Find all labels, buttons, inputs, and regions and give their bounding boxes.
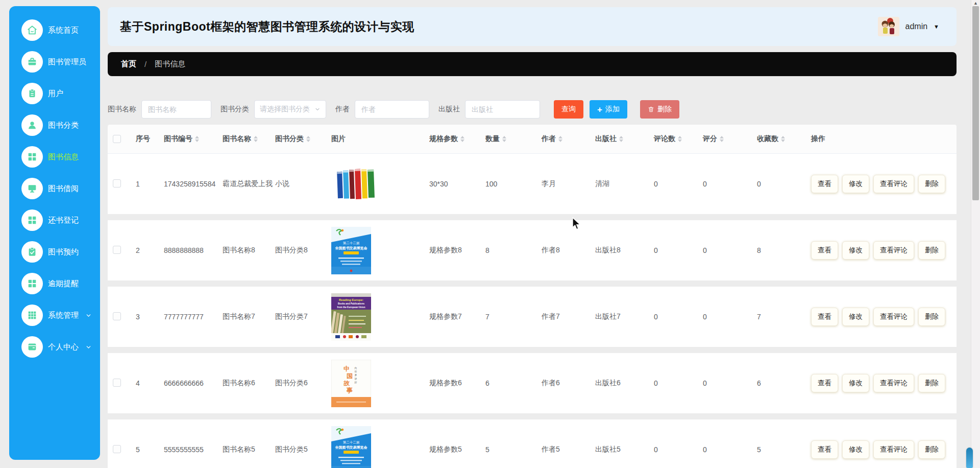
cell-category: 图书分类8 bbox=[270, 246, 326, 255]
view-button[interactable]: 查看 bbox=[811, 440, 838, 459]
cell-spec: 30*30 bbox=[424, 180, 480, 188]
delete-button[interactable]: 删除 bbox=[640, 100, 679, 119]
view-comments-button[interactable]: 查看评论 bbox=[873, 374, 914, 392]
sort-icon[interactable] bbox=[195, 136, 199, 142]
edit-button[interactable]: 修改 bbox=[842, 440, 869, 459]
sort-icon[interactable] bbox=[781, 136, 785, 142]
user-menu[interactable]: admin ▼ bbox=[878, 7, 939, 46]
column-header[interactable]: 规格参数 bbox=[424, 134, 480, 144]
column-header[interactable]: 评分 bbox=[698, 134, 752, 144]
sidebar-item-book-borrow[interactable]: 图书借阅 bbox=[9, 173, 100, 204]
svg-text:界: 界 bbox=[355, 373, 357, 377]
sidebar-item-personal-center[interactable]: 个人中心 bbox=[9, 331, 100, 363]
scrollbar-track[interactable]: ▲ bbox=[971, 0, 980, 468]
home-icon bbox=[21, 19, 43, 41]
svg-text:国: 国 bbox=[347, 372, 353, 380]
sidebar-item-book-reserve[interactable]: 图书预约 bbox=[9, 236, 100, 268]
svg-text:向: 向 bbox=[355, 366, 357, 369]
add-button[interactable]: +添加 bbox=[590, 100, 627, 119]
cell-book_id: 6666666666 bbox=[159, 379, 217, 387]
column-header[interactable]: 出版社 bbox=[590, 134, 649, 144]
cell-index: 5 bbox=[131, 446, 159, 454]
sort-icon[interactable] bbox=[502, 136, 506, 142]
plus-icon: + bbox=[597, 105, 602, 114]
svg-text:from the European Union: from the European Union bbox=[337, 306, 365, 308]
row-delete-button[interactable]: 删除 bbox=[918, 241, 945, 260]
sort-icon[interactable] bbox=[306, 136, 310, 142]
sort-icon[interactable] bbox=[460, 136, 464, 142]
sidebar-item-label: 还书登记 bbox=[48, 216, 79, 225]
card-icon bbox=[21, 336, 43, 358]
book-table: 序号图书编号图书名称图书分类图片规格参数数量作者出版社评论数评分收藏数操作 11… bbox=[108, 125, 957, 468]
view-button[interactable]: 查看 bbox=[811, 374, 838, 392]
book-name-input[interactable] bbox=[141, 100, 211, 119]
view-comments-button[interactable]: 查看评论 bbox=[873, 440, 914, 459]
svg-text:中: 中 bbox=[344, 365, 350, 372]
cell-favorites: 6 bbox=[752, 379, 806, 387]
view-comments-button[interactable]: 查看评论 bbox=[873, 175, 914, 193]
cell-actions: 查看修改查看评论删除 bbox=[806, 374, 957, 392]
cell-book_id: 8888888888 bbox=[159, 246, 217, 254]
edit-button[interactable]: 修改 bbox=[842, 308, 869, 326]
view-comments-button[interactable]: 查看评论 bbox=[873, 241, 914, 260]
column-header[interactable]: 评论数 bbox=[649, 134, 698, 144]
select-all-checkbox[interactable] bbox=[113, 135, 121, 143]
sidebar-item-librarian[interactable]: 图书管理员 bbox=[9, 46, 100, 78]
row-delete-button[interactable]: 删除 bbox=[918, 440, 945, 459]
publisher-input[interactable] bbox=[465, 100, 540, 119]
row-delete-button[interactable]: 删除 bbox=[918, 175, 945, 193]
cell-index: 2 bbox=[131, 246, 159, 254]
column-header[interactable]: 作者 bbox=[536, 134, 590, 144]
sort-icon[interactable] bbox=[678, 136, 682, 142]
row-delete-button[interactable]: 删除 bbox=[918, 308, 945, 326]
view-comments-button[interactable]: 查看评论 bbox=[873, 308, 914, 326]
sidebar-item-book-info[interactable]: 图书信息 bbox=[9, 141, 100, 173]
sidebar-item-overdue-reminder[interactable]: 逾期提醒 bbox=[9, 268, 100, 299]
column-header[interactable]: 图书分类 bbox=[270, 134, 326, 144]
cell-spec: 规格参数5 bbox=[424, 445, 480, 454]
sidebar-item-book-category[interactable]: 图书分类 bbox=[9, 109, 100, 141]
cell-category: 图书分类5 bbox=[270, 445, 326, 454]
column-header[interactable]: 图书编号 bbox=[159, 134, 217, 144]
cell-category: 图书分类6 bbox=[270, 379, 326, 388]
cell-actions: 查看修改查看评论删除 bbox=[806, 308, 957, 326]
column-header: 操作 bbox=[806, 134, 957, 144]
edit-button[interactable]: 修改 bbox=[842, 175, 869, 193]
edit-button[interactable]: 修改 bbox=[842, 374, 869, 392]
avatar[interactable] bbox=[878, 17, 899, 36]
search-button[interactable]: 查询 bbox=[554, 100, 583, 119]
category-select[interactable]: 请选择图书分类 bbox=[254, 100, 326, 119]
sidebar-item-system-manage[interactable]: 系统管理 bbox=[9, 299, 100, 331]
row-checkbox[interactable] bbox=[113, 379, 121, 387]
column-header[interactable]: 收藏数 bbox=[752, 134, 806, 144]
sort-icon[interactable] bbox=[619, 136, 623, 142]
sort-icon[interactable] bbox=[720, 136, 724, 142]
row-checkbox[interactable] bbox=[113, 246, 121, 254]
sidebar-item-book-return[interactable]: 还书登记 bbox=[9, 204, 100, 236]
breadcrumb-home[interactable]: 首页 bbox=[121, 59, 136, 69]
view-button[interactable]: 查看 bbox=[811, 241, 838, 260]
cell-comments: 0 bbox=[649, 446, 698, 454]
sort-icon[interactable] bbox=[254, 136, 258, 142]
view-button[interactable]: 查看 bbox=[811, 308, 838, 326]
chevron-down-icon bbox=[85, 344, 92, 350]
scrollbar-thumb[interactable] bbox=[972, 6, 979, 200]
chevron-down-icon bbox=[314, 106, 321, 112]
cell-spec: 规格参数7 bbox=[424, 312, 480, 321]
sidebar-item-users[interactable]: 用户 bbox=[9, 78, 100, 109]
row-checkbox[interactable] bbox=[113, 179, 121, 188]
column-header[interactable]: 图书名称 bbox=[217, 134, 270, 144]
row-delete-button[interactable]: 删除 bbox=[918, 374, 945, 392]
edit-button[interactable]: 修改 bbox=[842, 241, 869, 260]
sort-icon[interactable] bbox=[558, 136, 562, 142]
sidebar-item-home[interactable]: 系统首页 bbox=[9, 14, 100, 46]
column-header[interactable]: 数量 bbox=[480, 134, 536, 144]
author-input[interactable] bbox=[355, 100, 429, 119]
row-checkbox[interactable] bbox=[113, 445, 121, 453]
cell-favorites: 5 bbox=[752, 446, 806, 454]
row-checkbox[interactable] bbox=[113, 312, 121, 320]
view-button[interactable]: 查看 bbox=[811, 175, 838, 193]
scroll-up-arrow-icon[interactable]: ▲ bbox=[971, 1, 980, 6]
cell-publisher: 出版社5 bbox=[590, 445, 649, 454]
svg-text:全国图书交易博览会: 全国图书交易博览会 bbox=[335, 445, 368, 450]
